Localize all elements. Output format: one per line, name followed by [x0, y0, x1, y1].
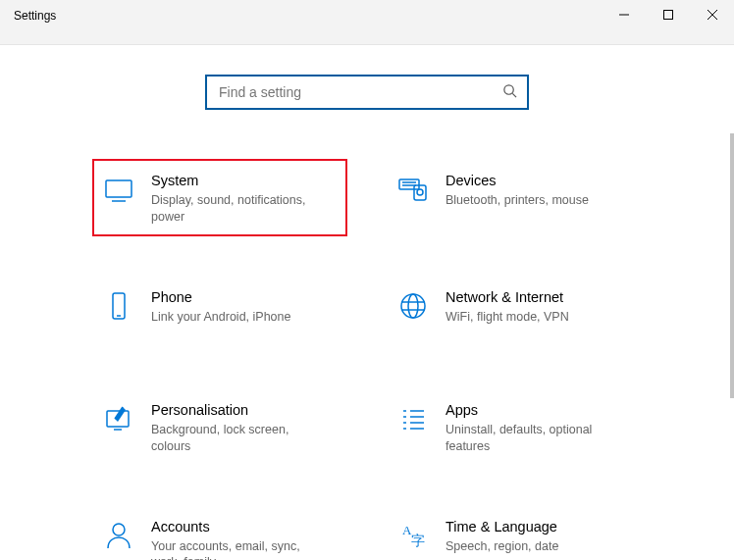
- search-wrap: [0, 75, 734, 110]
- category-title: System: [151, 173, 338, 189]
- close-button[interactable]: [690, 0, 734, 28]
- svg-point-15: [401, 294, 425, 318]
- apps-icon: [396, 402, 430, 435]
- category-title: Time & Language: [446, 519, 632, 535]
- category-title: Devices: [446, 173, 632, 189]
- devices-icon: [396, 173, 430, 206]
- category-network[interactable]: Network & Internet WiFi, flight mode, VP…: [387, 276, 642, 349]
- scrollbar-thumb[interactable]: [730, 133, 734, 398]
- search-box[interactable]: [205, 75, 529, 110]
- svg-point-12: [417, 189, 423, 195]
- category-desc: Background, lock screen, colours: [151, 422, 323, 454]
- svg-text:字: 字: [411, 534, 425, 548]
- category-desc: Your accounts, email, sync, work, family: [151, 538, 323, 560]
- category-desc: Bluetooth, printers, mouse: [446, 192, 617, 208]
- svg-point-30: [113, 524, 125, 535]
- category-phone[interactable]: Phone Link your Android, iPhone: [92, 276, 347, 349]
- svg-point-16: [408, 294, 418, 318]
- category-desc: Speech, region, date: [446, 538, 617, 554]
- category-accounts[interactable]: Accounts Your accounts, email, sync, wor…: [92, 505, 347, 560]
- svg-rect-1: [663, 10, 672, 19]
- svg-point-4: [504, 84, 513, 93]
- category-time-language[interactable]: A 字 Time & Language Speech, region, date: [387, 505, 642, 560]
- search-input[interactable]: [217, 83, 495, 101]
- category-personalisation[interactable]: Personalisation Background, lock screen,…: [92, 388, 347, 466]
- category-desc: Link your Android, iPhone: [151, 309, 323, 325]
- window-controls: [602, 0, 734, 28]
- scrollbar[interactable]: [721, 45, 734, 558]
- maximize-button[interactable]: [646, 0, 690, 28]
- category-title: Phone: [151, 289, 338, 306]
- phone-icon: [102, 289, 135, 323]
- svg-rect-11: [414, 185, 426, 200]
- category-apps[interactable]: Apps Uninstall, defaults, optional featu…: [387, 388, 642, 466]
- minimize-button[interactable]: [602, 0, 646, 28]
- category-title: Personalisation: [151, 402, 338, 419]
- accounts-icon: [102, 519, 135, 552]
- personalisation-icon: [102, 402, 135, 435]
- network-icon: [396, 289, 430, 323]
- category-desc: Display, sound, notifications, power: [151, 192, 323, 225]
- category-system[interactable]: System Display, sound, notifications, po…: [92, 159, 347, 236]
- titlebar: Settings: [0, 0, 734, 45]
- category-desc: Uninstall, defaults, optional features: [446, 422, 617, 454]
- search-icon: [502, 83, 517, 102]
- svg-rect-13: [113, 293, 125, 319]
- window-title: Settings: [0, 0, 70, 31]
- system-icon: [102, 173, 135, 206]
- svg-rect-8: [399, 179, 419, 189]
- category-title: Accounts: [151, 519, 338, 535]
- svg-line-5: [512, 93, 516, 97]
- svg-rect-6: [106, 180, 131, 197]
- category-devices[interactable]: Devices Bluetooth, printers, mouse: [387, 159, 642, 236]
- time-language-icon: A 字: [396, 519, 430, 552]
- category-title: Apps: [446, 402, 632, 419]
- categories-grid: System Display, sound, notifications, po…: [92, 159, 642, 560]
- content: System Display, sound, notifications, po…: [0, 45, 734, 560]
- category-desc: WiFi, flight mode, VPN: [446, 309, 617, 325]
- category-title: Network & Internet: [446, 289, 632, 306]
